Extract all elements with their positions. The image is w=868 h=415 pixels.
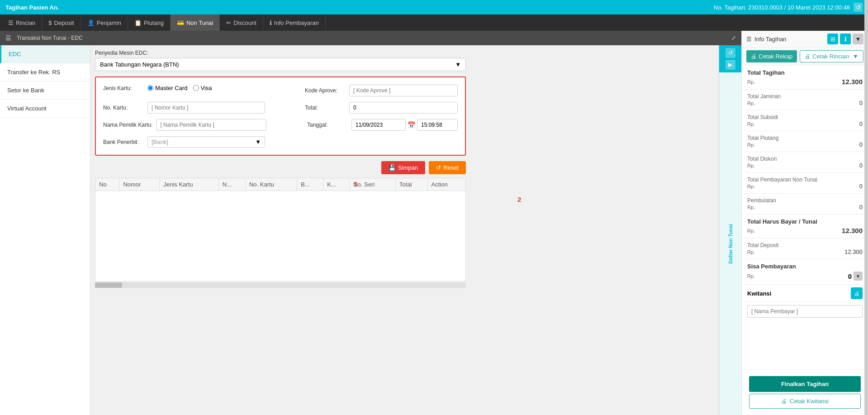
pembulatan-section: Pembulatan Rp. 0 xyxy=(742,194,868,215)
total-input[interactable] xyxy=(349,102,458,114)
nav-setor[interactable]: Setor ke Bank xyxy=(0,81,90,100)
total-jaminan-row: Rp. 0 xyxy=(747,100,863,106)
tab-non-tunai[interactable]: 💳 Non Tunai xyxy=(171,14,220,31)
total-diskon-row: Rp. 0 xyxy=(747,162,863,169)
menu-icon: ☰ xyxy=(5,34,11,42)
col-no-kartu: No. Kartu xyxy=(245,178,297,191)
sisa-row: Rp. 0 ▼ xyxy=(747,272,863,281)
provider-label: Penyedia Mesin EDC: xyxy=(95,50,714,56)
radio-master-input[interactable] xyxy=(147,85,153,91)
data-table: No Nomor Jenis Kartu N... No. Kartu B...… xyxy=(95,178,466,281)
app-header: Tagihan Pasien An. No. Tagihan: 230310.0… xyxy=(0,0,868,14)
nama-bayar-input[interactable] xyxy=(747,305,863,318)
no-kartu-label: No. Kartu: xyxy=(103,105,144,111)
info-sidebar-icon[interactable]: ℹ xyxy=(840,33,851,44)
refresh-icon[interactable]: ↺ xyxy=(854,3,863,12)
arrow-right-icon[interactable]: ▶ xyxy=(726,60,735,70)
provider-select[interactable]: Bank Tabungan Negara (BTN) ▼ xyxy=(95,58,466,71)
daftar-label: Daftar Non Tunai xyxy=(726,222,735,266)
total-non-tunai-row: Rp. 0 xyxy=(747,183,863,190)
center-content: Penyedia Mesin EDC: Bank Tabungan Negara… xyxy=(90,45,719,415)
reset-button[interactable]: ↺ Reset xyxy=(429,161,466,174)
nav-transfer[interactable]: Transfer ke Rek. RS xyxy=(0,63,90,81)
expand-icon[interactable]: ⤢ xyxy=(731,35,736,41)
bank-dropdown-icon: ▼ xyxy=(255,138,261,145)
refresh-daftar-icon[interactable]: ↺ xyxy=(726,48,735,58)
content-wrapper: ☰ Transaksi Non Tunai - EDC ⤢ EDC Transf… xyxy=(0,31,868,415)
discount-icon: ✂ xyxy=(226,19,231,26)
rincian-arrow-icon: ▼ xyxy=(853,53,859,60)
jenis-kartu-group: Jenis Kartu: Master Card Visa xyxy=(103,85,212,91)
tab-deposit[interactable]: $ Deposit xyxy=(42,14,81,31)
col-action: Action xyxy=(427,178,466,191)
print-rincian-icon: 🖨 xyxy=(805,53,811,60)
simpan-button[interactable]: 💾 Simpan xyxy=(381,161,425,174)
rs-header-title: ☰ Info Tagihan xyxy=(746,36,787,43)
waktu-input[interactable] xyxy=(417,119,458,131)
sisa-value-row: 0 ▼ xyxy=(848,272,863,281)
non-tunai-icon: 💳 xyxy=(177,19,184,26)
finalisasi-button[interactable]: Finalkan Tagihan xyxy=(749,376,861,392)
scroll-thumb xyxy=(95,282,122,288)
daftar-header: ↺ ▶ xyxy=(719,45,741,72)
list-icon: ☰ xyxy=(746,36,752,43)
reset-icon: ↺ xyxy=(436,164,441,171)
penjamin-icon: 👤 xyxy=(87,19,95,26)
grid-icon[interactable]: ⊞ xyxy=(827,33,838,44)
radio-visa-input[interactable] xyxy=(193,85,199,91)
horizontal-scrollbar[interactable] xyxy=(95,282,466,288)
col-nomor: Nomor xyxy=(119,178,160,191)
save-icon: 💾 xyxy=(389,164,396,171)
cetak-rincian-button[interactable]: 🖨 Cetak Rincian ▼ xyxy=(800,50,863,62)
total-tagihan-section: Total Tagihan Rp. 12.300 xyxy=(742,66,868,90)
tab-info-pembayaran[interactable]: ℹ Info Pembayaran xyxy=(263,14,326,31)
tab-piutang[interactable]: 📋 Piutang xyxy=(128,14,171,31)
kode-aprove-input[interactable] xyxy=(349,85,458,96)
app-title: Tagihan Pasien An. xyxy=(5,4,59,11)
nav-virtual[interactable]: Virtual Account xyxy=(0,100,90,118)
nama-pemilik-input[interactable] xyxy=(156,119,266,131)
cetak-kwitansi-button[interactable]: 🖨 Cetak Kwitansi xyxy=(749,394,861,409)
total-label: Total: xyxy=(305,105,346,111)
radio-master[interactable]: Master Card xyxy=(147,85,188,91)
provider-section: Penyedia Mesin EDC: Bank Tabungan Negara… xyxy=(95,50,714,71)
tanggal-input[interactable] xyxy=(351,119,406,131)
right-sidebar: ☰ Info Tagihan ⊞ ℹ ▼ 🖨 Cetak Rekap 🖨 Cet… xyxy=(741,31,868,415)
provider-dropdown-icon: ▼ xyxy=(455,61,461,68)
more-icon[interactable]: ▼ xyxy=(853,33,863,44)
tanggal-group: Tanggal: 📅 xyxy=(307,119,458,131)
kode-aprove-label: Kode Aprove: xyxy=(305,87,346,94)
nama-pemilik-label: Nama Pemilik Kartu: xyxy=(103,122,152,128)
total-deposit-row: Rp. 12.300 xyxy=(747,248,863,255)
bank-penerbit-label: Bank Penerbit: xyxy=(103,139,144,145)
annotation-marker-2: 2 xyxy=(517,196,521,203)
sisa-pembayaran-section: Sisa Pembayaran Rp. 0 ▼ xyxy=(742,259,868,285)
kwitansi-row: Kwitansi 🖨 xyxy=(742,285,868,302)
header-right: No. Tagihan: 230310.0003 / 10 Maret 2023… xyxy=(714,3,863,12)
tab-discount[interactable]: ✂ Discount xyxy=(220,14,263,31)
rs-header: ☰ Info Tagihan ⊞ ℹ ▼ xyxy=(742,31,868,48)
print-kwitansi-icon: 🖨 xyxy=(781,398,787,405)
radio-visa[interactable]: Visa xyxy=(193,85,212,91)
sisa-dropdown-icon[interactable]: ▼ xyxy=(854,272,863,281)
tab-bar: ☰ Rincian $ Deposit 👤 Penjamin 📋 Piutang… xyxy=(0,14,868,31)
nav-edc[interactable]: EDC xyxy=(0,45,90,63)
submenu-title: Transaksi Non Tunai - EDC xyxy=(17,35,83,41)
col-b: B... xyxy=(297,178,323,191)
cetak-rekap-button[interactable]: 🖨 Cetak Rekap xyxy=(746,50,797,62)
left-nav: EDC Transfer ke Rek. RS Setor ke Bank Vi… xyxy=(0,45,90,415)
col-no: No xyxy=(95,178,119,191)
print-rekap-icon: 🖨 xyxy=(751,53,757,60)
table-scroll-area[interactable]: No Nomor Jenis Kartu N... No. Kartu B...… xyxy=(95,178,466,281)
total-subsidi-row: Rp. 0 xyxy=(747,120,863,127)
calendar-icon[interactable]: 📅 xyxy=(408,121,415,129)
info-icon: ℹ xyxy=(270,19,272,26)
total-group: Total: xyxy=(305,102,458,114)
no-kartu-input[interactable] xyxy=(147,102,265,114)
kwitansi-icon[interactable]: 🖨 xyxy=(851,287,863,299)
bank-penerbit-group: Bank Penerbit: [Bank] ▼ xyxy=(103,136,265,148)
total-jaminan-section: Total Jaminan Rp. 0 xyxy=(742,90,868,110)
pembulatan-row: Rp. 0 xyxy=(747,204,863,210)
tab-penjamin[interactable]: 👤 Penjamin xyxy=(81,14,128,31)
tab-rincian[interactable]: ☰ Rincian xyxy=(2,14,42,31)
